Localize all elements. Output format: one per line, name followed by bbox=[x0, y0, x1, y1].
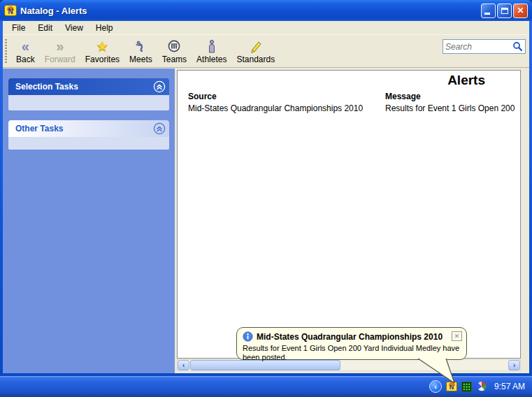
stadium-icon bbox=[167, 39, 181, 53]
app-icon: N bbox=[4, 5, 17, 16]
source-column: Source Mid-States Quadrangular Champions… bbox=[188, 92, 363, 113]
search-box[interactable] bbox=[443, 39, 526, 54]
athletes-button[interactable]: Athletes bbox=[192, 37, 231, 65]
app-window: N Natalog - Alerts ✕ File Edit View Help… bbox=[0, 0, 532, 376]
meets-label: Meets bbox=[129, 55, 152, 64]
maximize-icon bbox=[501, 8, 508, 14]
window-body: File Edit View Help « Back » Forward ★ F… bbox=[3, 21, 529, 373]
search-icon[interactable] bbox=[512, 41, 523, 52]
page-title: Alerts bbox=[447, 73, 485, 88]
source-header: Source bbox=[188, 92, 363, 101]
meets-button[interactable]: Meets bbox=[124, 37, 157, 65]
balloon-title: Mid-States Quadrangular Championships 20… bbox=[257, 332, 443, 342]
minimize-button[interactable] bbox=[481, 3, 496, 18]
toolbar-gripper[interactable] bbox=[5, 39, 7, 63]
message-column: Message Results for Event 1 Girls Open 2… bbox=[385, 92, 515, 113]
forward-icon: » bbox=[56, 39, 64, 53]
selection-tasks-panel: Selection Tasks bbox=[8, 78, 169, 110]
menu-edit[interactable]: Edit bbox=[31, 22, 59, 34]
minimize-icon bbox=[484, 13, 490, 15]
clock: 9:57 AM bbox=[494, 382, 525, 391]
titlebar[interactable]: N Natalog - Alerts ✕ bbox=[0, 0, 532, 21]
back-label: Back bbox=[16, 55, 35, 64]
task-pane-sidebar: Selection Tasks Other Tasks bbox=[3, 68, 175, 373]
menu-help[interactable]: Help bbox=[89, 22, 120, 34]
back-icon: « bbox=[22, 39, 29, 53]
star-icon: ★ bbox=[96, 40, 108, 53]
teams-label: Teams bbox=[162, 55, 187, 64]
message-value[interactable]: Results for Event 1 Girls Open 200 bbox=[385, 103, 515, 113]
menu-file[interactable]: File bbox=[6, 22, 31, 34]
other-tasks-title: Other Tasks bbox=[15, 124, 63, 133]
toolbar: « Back » Forward ★ Favorites Me bbox=[3, 34, 529, 68]
selection-tasks-body bbox=[8, 95, 169, 110]
favorites-button[interactable]: ★ Favorites bbox=[80, 37, 124, 65]
other-tasks-header[interactable]: Other Tasks bbox=[8, 120, 169, 137]
scroll-left-button[interactable]: ‹ bbox=[178, 360, 189, 370]
pinwheel-tray-icon[interactable] bbox=[476, 381, 487, 392]
athletes-label: Athletes bbox=[196, 55, 227, 64]
close-icon: ✕ bbox=[514, 6, 527, 15]
close-button[interactable]: ✕ bbox=[513, 3, 528, 18]
favorites-label: Favorites bbox=[85, 55, 120, 64]
window-title: Natalog - Alerts bbox=[20, 6, 481, 16]
teams-button[interactable]: Teams bbox=[157, 37, 192, 65]
source-value[interactable]: Mid-States Quadrangular Championships 20… bbox=[188, 103, 363, 113]
menubar: File Edit View Help bbox=[3, 21, 529, 34]
selection-tasks-header[interactable]: Selection Tasks bbox=[8, 78, 169, 95]
network-tray-icon[interactable] bbox=[461, 382, 472, 392]
standards-button[interactable]: Standards bbox=[231, 37, 280, 65]
search-input[interactable] bbox=[445, 42, 512, 52]
collapse-chevron-icon[interactable] bbox=[153, 122, 166, 135]
back-button[interactable]: « Back bbox=[11, 37, 40, 65]
standards-label: Standards bbox=[236, 55, 275, 64]
swimmer-icon bbox=[134, 39, 148, 53]
selection-tasks-title: Selection Tasks bbox=[15, 82, 78, 92]
menu-view[interactable]: View bbox=[59, 22, 89, 34]
balloon-close-button[interactable]: ✕ bbox=[452, 331, 462, 341]
forward-button: » Forward bbox=[40, 37, 80, 65]
other-tasks-panel: Other Tasks bbox=[8, 120, 169, 150]
alerts-view: Alerts Source Mid-States Quadrangular Ch… bbox=[177, 70, 521, 359]
info-icon bbox=[243, 331, 253, 342]
forward-label: Forward bbox=[45, 55, 76, 64]
scroll-right-button[interactable]: › bbox=[508, 360, 520, 370]
app-icon-letter: N bbox=[5, 8, 16, 15]
message-header: Message bbox=[385, 92, 515, 101]
balloon-tail bbox=[411, 354, 461, 386]
collapse-chevron-icon[interactable] bbox=[153, 80, 166, 93]
pencil-icon bbox=[248, 38, 264, 54]
athlete-icon bbox=[206, 39, 217, 53]
maximize-button[interactable] bbox=[497, 3, 512, 18]
other-tasks-body bbox=[8, 137, 169, 150]
